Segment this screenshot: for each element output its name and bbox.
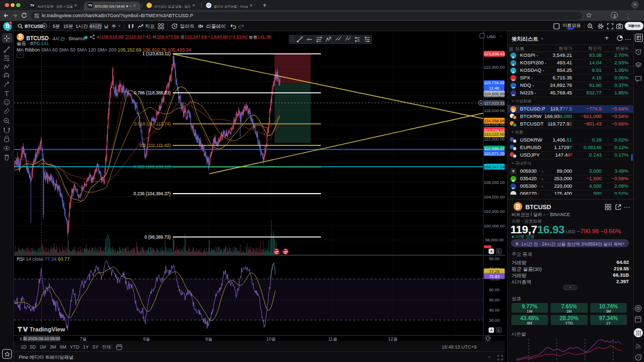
svg-text:30.00: 30.00 — [489, 318, 500, 323]
svg-text:0 (98,389.73): 0 (98,389.73) — [144, 235, 171, 240]
svg-text:119,716.93: 119,716.93 — [484, 80, 504, 85]
svg-text:119,605.00: 119,605.00 — [484, 92, 505, 97]
svg-text:8월: 8월 — [143, 337, 150, 342]
svg-text:98,000.00: 98,000.00 — [485, 238, 504, 242]
svg-text:1: 1 — [338, 36, 339, 38]
svg-text:˅: ˅ — [500, 35, 502, 38]
svg-text:0.236 (104,394.37): 0.236 (104,394.37) — [134, 191, 171, 196]
svg-text:화 2025-06-10 05:00: 화 2025-06-10 05:00 — [23, 336, 61, 341]
svg-text:0.382 (108,109.10): 0.382 (108,109.10) — [134, 165, 171, 169]
svg-text:114,358.84: 114,358.84 — [484, 119, 505, 123]
svg-text:0.618 (114,113.74): 0.618 (114,113.74) — [134, 122, 171, 127]
svg-text:11월: 11월 — [328, 337, 338, 342]
svg-text:1 (123,833.11): 1 (123,833.11) — [142, 51, 171, 56]
svg-text:L: L — [498, 249, 500, 253]
svg-text:USD: USD — [487, 34, 496, 39]
svg-text:110,571.20: 110,571.20 — [484, 151, 505, 156]
svg-text:112,000.00: 112,000.00 — [484, 137, 505, 142]
svg-text:6: 6 — [20, 337, 23, 342]
svg-text:A: A — [490, 249, 493, 253]
svg-text:C: C — [350, 36, 352, 38]
svg-text:122,000.00: 122,000.00 — [484, 65, 505, 70]
svg-text:10월: 10월 — [266, 337, 275, 342]
svg-text:L: L — [498, 328, 500, 332]
svg-text:A: A — [347, 36, 348, 38]
svg-text:40.00: 40.00 — [489, 308, 500, 313]
svg-text:108,147.14: 108,147.14 — [484, 165, 505, 169]
svg-text:117,015.33: 117,015.33 — [484, 101, 504, 106]
svg-text:0.786 (118,388.23): 0.786 (118,388.23) — [134, 91, 171, 95]
svg-text:100,000.00: 100,000.00 — [484, 224, 505, 228]
svg-text:90.00: 90.00 — [489, 256, 500, 261]
svg-text:113,122.90: 113,122.90 — [484, 132, 505, 137]
svg-text:+: + — [480, 101, 482, 106]
svg-text:11:46: 11:46 — [489, 86, 499, 91]
svg-text:50.00: 50.00 — [489, 298, 500, 302]
svg-text:?: ? — [637, 355, 639, 360]
svg-text:60.00: 60.00 — [489, 287, 500, 292]
svg-text:TradingView: TradingView — [30, 326, 65, 333]
svg-text:116,000.00: 116,000.00 — [484, 108, 505, 113]
svg-text:123,836.43: 123,836.43 — [484, 51, 504, 56]
svg-text:0.5 (111,111.42): 0.5 (111,111.42) — [140, 143, 171, 148]
svg-text:A: A — [490, 328, 493, 332]
svg-text:12월: 12월 — [388, 337, 397, 342]
svg-text:72.83: 72.83 — [489, 274, 500, 279]
svg-text:104,000.00: 104,000.00 — [484, 195, 505, 200]
svg-text:102,000.00: 102,000.00 — [484, 209, 505, 214]
svg-text:9월: 9월 — [206, 337, 213, 342]
svg-text:7월: 7월 — [80, 337, 87, 342]
svg-text:3: 3 — [340, 36, 341, 38]
svg-text:106,000.00: 106,000.00 — [484, 180, 505, 185]
svg-text:RSI 14 close 77.34 60.77: RSI 14 close 77.34 60.77 — [17, 256, 70, 262]
